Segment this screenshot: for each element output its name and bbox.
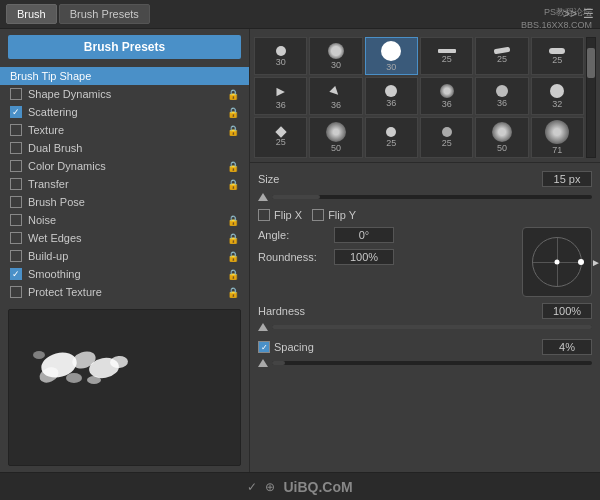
lock-smoothing: 🔒 [227,269,239,280]
brush-cell-4[interactable]: 25 [475,37,528,75]
brush-icon-3 [438,49,456,53]
checkbox-shape-dynamics[interactable] [10,88,22,100]
checkbox-color-dynamics[interactable] [10,160,22,172]
brush-icon-10 [496,85,508,97]
size-slider-row [258,193,592,201]
brush-cell-1[interactable]: 30 [309,37,362,75]
spacing-check[interactable] [258,341,270,353]
hardness-slider[interactable] [272,325,592,329]
angle-value[interactable]: 0° [334,227,394,243]
checkbox-protect-texture[interactable] [10,286,22,298]
bottom-icon-1[interactable]: ✓ [247,480,257,494]
tab-brush[interactable]: Brush [6,4,57,24]
brush-cell-11[interactable]: 32 [531,77,584,115]
menu-item-color-dynamics[interactable]: Color Dynamics 🔒 [0,157,249,175]
divider-1 [250,162,600,163]
tabs: Brush Brush Presets [6,4,150,24]
checkbox-transfer[interactable] [10,178,22,190]
lock-protect-texture: 🔒 [227,287,239,298]
menu-item-smoothing[interactable]: Smoothing 🔒 [0,265,249,283]
spacing-checkbox[interactable] [258,341,270,353]
angle-roundness-controls: Angle: 0° Roundness: 100% [258,227,514,265]
hardness-row: Hardness 100% [258,303,592,319]
brush-cell-13[interactable]: 50 [309,117,362,158]
brush-cell-2[interactable]: 30 [365,37,418,75]
size-slider-thumb[interactable] [258,193,268,201]
menu-item-brush-pose[interactable]: Brush Pose [0,193,249,211]
checkbox-brush-pose[interactable] [10,196,22,208]
flip-y-item[interactable]: Flip Y [312,209,356,221]
checkbox-noise[interactable] [10,214,22,226]
checkbox-wet-edges[interactable] [10,232,22,244]
spacing-label: Spacing [274,341,334,353]
brush-cell-5[interactable]: 25 [531,37,584,75]
brush-icon-6: ► [274,83,288,99]
brush-cell-10[interactable]: 36 [475,77,528,115]
size-label: Size [258,173,338,185]
lock-build-up: 🔒 [227,251,239,262]
brush-preview-svg [9,310,240,465]
tab-brush-presets[interactable]: Brush Presets [59,4,150,24]
spacing-slider-fill [272,361,285,365]
menu-item-scattering[interactable]: Scattering 🔒 [0,103,249,121]
hardness-slider-row [258,323,592,331]
brush-cell-8[interactable]: 36 [365,77,418,115]
left-panel: Brush Presets Brush Tip Shape Shape Dyna… [0,29,250,472]
lock-transfer: 🔒 [227,179,239,190]
checkbox-scattering[interactable] [10,106,22,118]
hardness-slider-thumb[interactable] [258,323,268,331]
brush-icon-12 [275,126,286,137]
compass-circle[interactable]: ► [522,227,592,297]
brush-cell-3[interactable]: 25 [420,37,473,75]
brush-cell-16[interactable]: 50 [475,117,528,158]
flip-x-item[interactable]: Flip X [258,209,302,221]
brush-cell-7[interactable]: ► 36 [309,77,362,115]
menu-item-build-up[interactable]: Build-up 🔒 [0,247,249,265]
menu-item-dual-brush[interactable]: Dual Brush [0,139,249,157]
flip-y-checkbox[interactable] [312,209,324,221]
compass-center-dot [555,260,560,265]
spacing-slider[interactable] [272,361,592,365]
hardness-label: Hardness [258,305,338,317]
hardness-slider-fill [272,325,592,329]
grid-scrollbar-thumb[interactable] [587,48,595,78]
angle-roundness-row: Angle: 0° Roundness: 100% [258,227,592,297]
brush-cell-17[interactable]: 71 [531,117,584,158]
brush-cell-15[interactable]: 25 [420,117,473,158]
menu-item-transfer[interactable]: Transfer 🔒 [0,175,249,193]
grid-scrollbar[interactable] [586,37,596,158]
roundness-value[interactable]: 100% [334,249,394,265]
right-panel: 30 30 30 25 [250,29,600,472]
brush-cell-14[interactable]: 25 [365,117,418,158]
checkbox-smoothing[interactable] [10,268,22,280]
size-slider[interactable] [272,195,592,199]
brush-icon-8 [385,85,397,97]
watermark: PS教程论坛 BBS.16XX8.COM [521,6,592,31]
brush-icon-17 [545,120,569,144]
roundness-param-row: Roundness: 100% [258,249,514,265]
lock-shape-dynamics: 🔒 [227,89,239,100]
menu-item-protect-texture[interactable]: Protect Texture 🔒 [0,283,249,301]
brush-cell-12[interactable]: 25 [254,117,307,158]
spacing-slider-thumb[interactable] [258,359,268,367]
flip-x-checkbox[interactable] [258,209,270,221]
brush-icon-2 [381,41,401,61]
brush-presets-button[interactable]: Brush Presets [8,35,241,59]
compass-right-arrow: ► [591,257,600,268]
menu-item-texture[interactable]: Texture 🔒 [0,121,249,139]
tab-bar: Brush Brush Presets >> ☰ [0,0,600,29]
checkbox-dual-brush[interactable] [10,142,22,154]
checkbox-texture[interactable] [10,124,22,136]
brush-cell-9[interactable]: 36 [420,77,473,115]
brush-cell-0[interactable]: 30 [254,37,307,75]
brush-cell-6[interactable]: ► 36 [254,77,307,115]
menu-item-brush-tip-shape[interactable]: Brush Tip Shape [0,67,249,85]
brush-panel: PS教程论坛 BBS.16XX8.COM Brush Brush Presets… [0,0,600,500]
size-row: Size 15 px [258,171,592,187]
bottom-icon-2[interactable]: ⊕ [265,480,275,494]
menu-list: Brush Tip Shape Shape Dynamics 🔒 Scatter… [0,65,249,303]
menu-item-shape-dynamics[interactable]: Shape Dynamics 🔒 [0,85,249,103]
menu-item-wet-edges[interactable]: Wet Edges 🔒 [0,229,249,247]
checkbox-build-up[interactable] [10,250,22,262]
menu-item-noise[interactable]: Noise 🔒 [0,211,249,229]
